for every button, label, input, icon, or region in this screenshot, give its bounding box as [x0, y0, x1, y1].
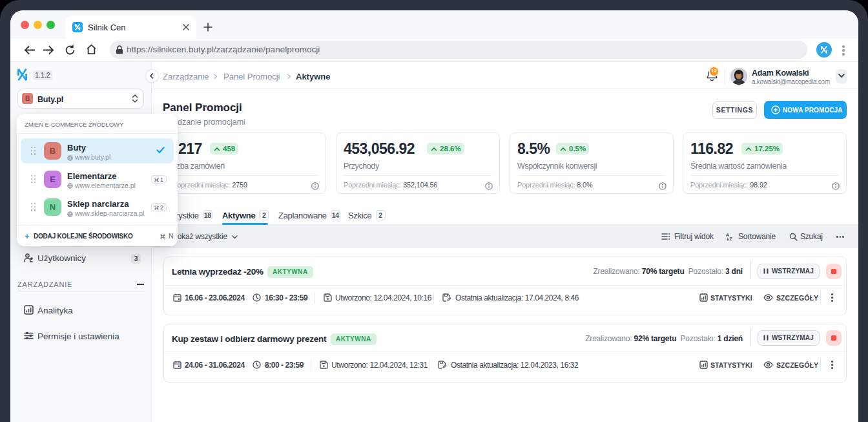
svg-text:Z: Z	[730, 237, 733, 241]
svg-text:A: A	[726, 233, 729, 237]
